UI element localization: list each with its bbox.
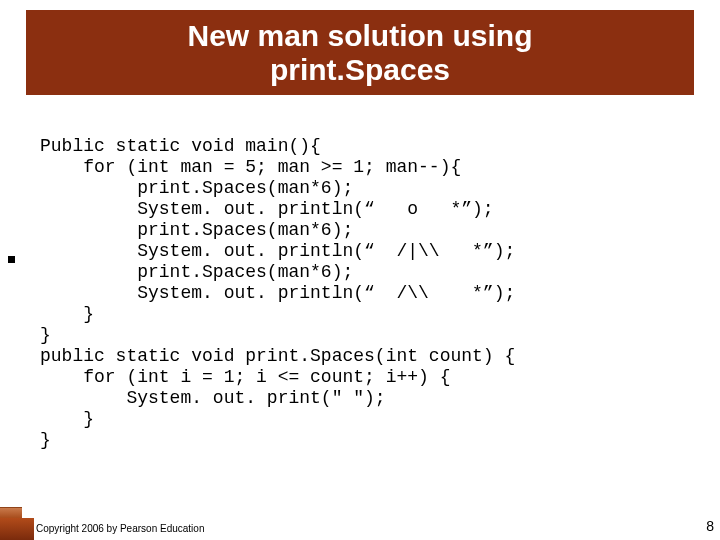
- title-bar: New man solution using print.Spaces: [26, 10, 694, 95]
- slide-title: New man solution using print.Spaces: [187, 19, 532, 87]
- copyright-text: Copyright 2006 by Pearson Education: [36, 523, 204, 534]
- bullet-icon: [8, 256, 15, 263]
- code-content: Public static void main(){ for (int man …: [40, 136, 515, 451]
- footer-decoration: [0, 518, 34, 540]
- page-number: 8: [706, 518, 714, 534]
